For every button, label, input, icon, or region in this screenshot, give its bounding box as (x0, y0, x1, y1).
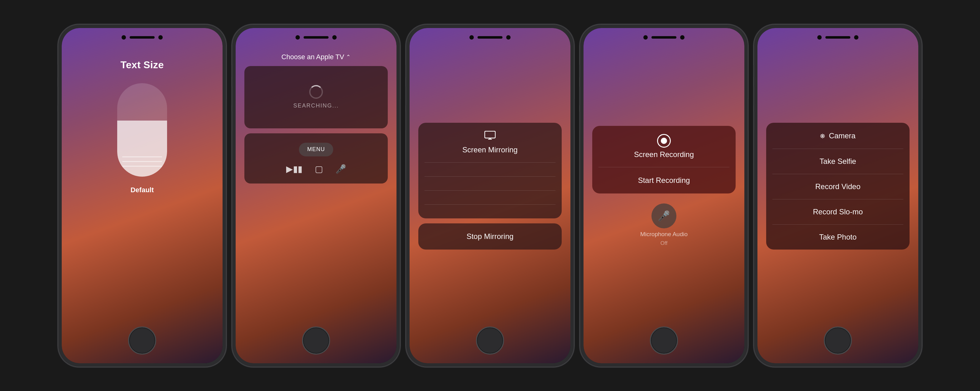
recording-header: Screen Recording (592, 126, 736, 167)
camera-dot-2 (158, 35, 163, 40)
home-button-1[interactable] (128, 326, 156, 354)
silent-switch-3[interactable] (406, 65, 406, 77)
volume-down-button-5[interactable] (754, 111, 754, 130)
volume-down-button-4[interactable] (580, 111, 581, 130)
volume-down-button-2[interactable] (232, 111, 232, 130)
home-button-3[interactable] (476, 326, 504, 354)
phone-5: ⎈ Camera Take Selfie Record Video (754, 24, 922, 367)
record-video-label: Record Video (815, 182, 861, 191)
phone-screen-1: Text Size Default (62, 28, 223, 363)
start-recording-label: Start Recording (638, 176, 690, 185)
mirroring-item-4[interactable] (418, 205, 562, 218)
record-video-item[interactable]: Record Video (766, 174, 910, 199)
silent-switch[interactable] (58, 65, 59, 77)
slider-line-1 (122, 156, 162, 157)
top-bar-5 (757, 28, 918, 47)
stop-mirroring-card[interactable]: Stop Mirroring (418, 223, 562, 250)
phone-bezel-2: Choose an Apple TV ⌃ SEARCHING... MENU ▶… (235, 28, 396, 363)
home-button-4[interactable] (650, 326, 678, 354)
silent-switch-4[interactable] (580, 65, 581, 77)
menu-button[interactable]: MENU (299, 143, 333, 156)
top-bar-4 (584, 28, 745, 47)
record-slomo-item[interactable]: Record Slo-mo (766, 199, 910, 224)
screen-mirroring-icon (484, 131, 496, 142)
mirroring-item-2[interactable] (418, 176, 562, 190)
spinner-icon (309, 85, 323, 99)
microphone-area: 🎤 Microphone Audio Off (640, 203, 687, 246)
phone-screen-3: Screen Mirroring Stop Mirroring (410, 28, 570, 363)
svg-rect-0 (485, 131, 495, 138)
microphone-label: Microphone Audio (640, 231, 687, 238)
power-button-5[interactable] (921, 99, 922, 130)
mic-icon[interactable]: 🎤 (336, 164, 346, 174)
camera-item[interactable]: ⎈ Camera (766, 123, 910, 149)
camera-label: Camera (829, 132, 855, 140)
camera-card: ⎈ Camera Take Selfie Record Video (766, 123, 910, 250)
power-button[interactable] (226, 99, 226, 130)
power-button-3[interactable] (574, 99, 574, 130)
mirroring-card: Screen Mirroring (418, 123, 562, 218)
text-size-content: Text Size Default (62, 47, 223, 326)
mirroring-header-item: Screen Mirroring (418, 123, 562, 162)
slider-lines (122, 156, 162, 170)
phone-bezel-1: Text Size Default (62, 28, 223, 363)
text-size-slider[interactable] (117, 83, 167, 176)
record-icon (657, 134, 671, 148)
microphone-button[interactable]: 🎤 (651, 203, 676, 228)
record-dot (661, 138, 667, 144)
mirroring-item-3[interactable] (418, 191, 562, 204)
silent-switch-5[interactable] (754, 65, 754, 77)
take-selfie-item[interactable]: Take Selfie (766, 149, 910, 174)
phone-1: Text Size Default (58, 24, 226, 367)
speaker-5 (826, 36, 850, 39)
speaker-2 (304, 36, 329, 39)
speaker-1 (130, 36, 154, 39)
volume-up-button-4[interactable] (580, 87, 581, 105)
take-photo-item[interactable]: Take Photo (766, 225, 910, 250)
screen-icon[interactable]: ▢ (315, 164, 323, 174)
volume-up-button[interactable] (58, 87, 59, 105)
searching-box: SEARCHING... (244, 66, 388, 128)
power-button-4[interactable] (748, 99, 748, 130)
phone-screen-5: ⎈ Camera Take Selfie Record Video (757, 28, 918, 363)
choose-appletv-label: Choose an Apple TV (282, 53, 344, 61)
volume-down-button[interactable] (58, 111, 59, 130)
text-size-title: Text Size (120, 59, 164, 71)
play-pause-icon[interactable]: ▶▮▮ (286, 164, 302, 174)
choose-appletv-bar[interactable]: Choose an Apple TV ⌃ (282, 53, 351, 61)
volume-up-button-5[interactable] (754, 87, 754, 105)
top-bar-2 (235, 28, 396, 47)
screen-recording-content: Screen Recording Start Recording 🎤 Micro… (584, 47, 745, 326)
silent-switch-2[interactable] (232, 65, 232, 77)
controls-box: MENU ▶▮▮ ▢ 🎤 (244, 134, 388, 183)
screen-mirroring-content: Screen Mirroring Stop Mirroring (410, 47, 570, 326)
phone-3: Screen Mirroring Stop Mirroring (406, 24, 574, 367)
speaker-4 (651, 36, 676, 39)
camera-dot-8 (680, 35, 684, 40)
apple-tv-content: Choose an Apple TV ⌃ SEARCHING... MENU ▶… (235, 47, 396, 326)
top-bar-1 (62, 28, 223, 47)
volume-up-button-2[interactable] (232, 87, 232, 105)
mirroring-label: Screen Mirroring (462, 146, 517, 154)
camera-content: ⎈ Camera Take Selfie Record Video (757, 47, 918, 326)
home-button-2[interactable] (302, 326, 330, 354)
volume-down-button-3[interactable] (406, 111, 406, 130)
camera-dot-5 (469, 35, 474, 40)
camera-dot-4 (332, 35, 337, 40)
mirroring-item-1[interactable] (418, 163, 562, 176)
camera-dot-6 (506, 35, 511, 40)
start-recording-item[interactable]: Start Recording (592, 167, 736, 194)
volume-up-button-3[interactable] (406, 87, 406, 105)
home-button-5[interactable] (824, 326, 852, 354)
camera-icon: ⎈ (820, 131, 825, 140)
microphone-state: Off (660, 240, 667, 246)
chevron-up-icon: ⌃ (346, 54, 351, 60)
recording-label: Screen Recording (634, 150, 694, 159)
power-button-2[interactable] (399, 99, 400, 130)
camera-dot-7 (643, 35, 648, 40)
recording-card: Screen Recording Start Recording (592, 126, 736, 194)
speaker-3 (477, 36, 503, 39)
camera-dot-9 (817, 35, 822, 40)
phone-4: Screen Recording Start Recording 🎤 Micro… (580, 24, 748, 367)
phone-bezel-5: ⎈ Camera Take Selfie Record Video (757, 28, 918, 363)
